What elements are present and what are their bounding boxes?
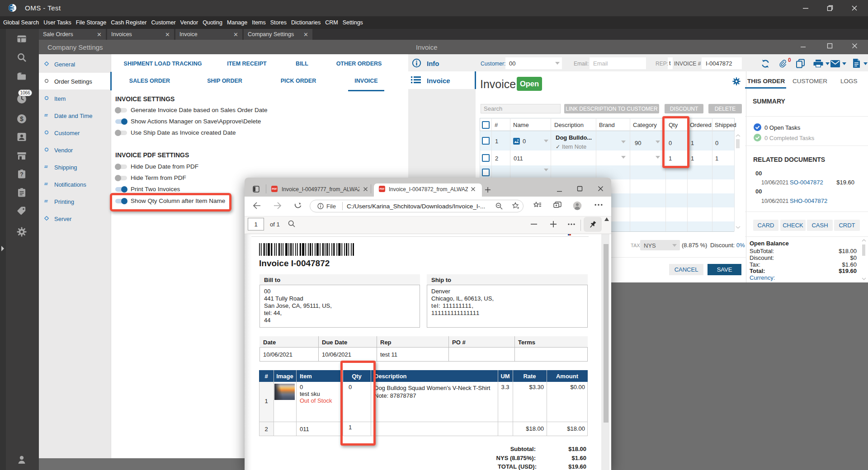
svg-text:?: ? bbox=[20, 171, 23, 178]
svg-text:$: $ bbox=[20, 115, 24, 122]
